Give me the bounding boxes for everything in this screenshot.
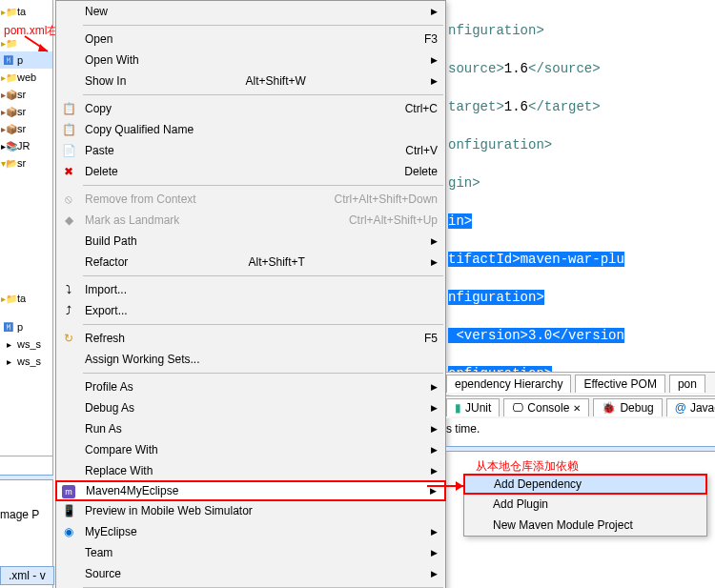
submenu-arrow-icon: ▶ bbox=[419, 445, 438, 455]
menu-label: Refresh bbox=[85, 332, 125, 345]
submenu-arrow-icon: ▶ bbox=[419, 548, 438, 558]
tree-item[interactable]: ▸ws_s bbox=[0, 335, 52, 353]
menu-label: Debug As bbox=[85, 401, 134, 415]
menu-myeclipse[interactable]: ◉MyEclipse▶ bbox=[56, 521, 445, 542]
menu-label: Open bbox=[85, 32, 112, 46]
menu-replace-with[interactable]: Replace With▶ bbox=[56, 460, 445, 481]
submenu-new-maven-module[interactable]: New Maven Module Project bbox=[464, 515, 706, 536]
tree-item[interactable]: ▸ws_s bbox=[0, 353, 52, 370]
menu-refactor[interactable]: RefactorAlt+Shift+T▶ bbox=[56, 252, 445, 273]
tree-label: ws_s bbox=[17, 338, 41, 350]
tab-dependency-hierarchy[interactable]: ependency Hierarchy bbox=[446, 375, 571, 393]
menu-show-in[interactable]: Show InAlt+Shift+W▶ bbox=[56, 71, 445, 91]
menu-label: Export... bbox=[85, 304, 128, 317]
menu-copy-qualified[interactable]: 📋Copy Qualified Name bbox=[56, 119, 445, 140]
project-explorer[interactable]: ▸📁ta ▸📁 🅼p ▸📁web ▸📦sr ▸📦sr ▸📦sr ▸📚JR ▾📂s… bbox=[0, 0, 53, 588]
view-tab-image-preview[interactable]: mage P bbox=[0, 508, 39, 521]
tree-item[interactable]: ▸📚JR bbox=[0, 137, 52, 154]
tree-item[interactable]: ▸📦sr bbox=[0, 103, 52, 120]
submenu-arrow-icon: ▶ bbox=[419, 527, 438, 537]
tree-item[interactable]: ▸📦sr bbox=[0, 86, 52, 103]
package-icon: ▸📦 bbox=[2, 122, 15, 135]
menu-label: Maven4MyEclipse bbox=[86, 484, 178, 497]
view-tab-javadoc[interactable]: @Javadoc bbox=[666, 398, 715, 416]
tab-pom[interactable]: pon bbox=[669, 375, 705, 393]
tree-item[interactable]: ▾📂sr bbox=[0, 154, 52, 172]
copy-icon: 📋 bbox=[61, 122, 76, 137]
view-tab-debug[interactable]: 🐞Debug bbox=[593, 398, 662, 416]
submenu-add-plugin[interactable]: Add Plugin bbox=[464, 494, 706, 515]
tree-item[interactable]: ▸📦sr bbox=[0, 120, 52, 137]
xml-file-icon: 🅼 bbox=[2, 320, 15, 334]
tree-label: JR bbox=[17, 140, 30, 152]
tab-effective-pom[interactable]: Effective POM bbox=[575, 375, 664, 393]
shortcut-label: Delete bbox=[404, 165, 438, 178]
shortcut-label: Ctrl+Alt+Shift+Down bbox=[335, 193, 438, 206]
close-icon[interactable]: ✕ bbox=[573, 403, 581, 414]
tree-label: p bbox=[17, 321, 23, 333]
tree-item[interactable]: ▸📁web bbox=[0, 69, 52, 86]
menu-export[interactable]: ⤴Export... bbox=[56, 300, 445, 321]
shortcut-label: Ctrl+V bbox=[405, 144, 438, 157]
menu-maven4myeclipse[interactable]: mMaven4MyEclipse▶ bbox=[55, 480, 446, 501]
paste-icon: 📄 bbox=[61, 143, 76, 158]
menu-separator bbox=[83, 25, 443, 26]
menu-label: New bbox=[85, 5, 108, 18]
shortcut-label: F3 bbox=[424, 32, 438, 46]
menu-label: Compare With bbox=[85, 443, 158, 456]
tree-item[interactable]: ▸📁ta bbox=[0, 290, 52, 307]
taskbar-item[interactable]: .xml - v bbox=[0, 566, 54, 585]
menu-label: MyEclipse bbox=[85, 525, 137, 538]
menu-mark-landmark: ◆Mark as LandmarkCtrl+Alt+Shift+Up bbox=[56, 210, 445, 231]
menu-open-with[interactable]: Open With▶ bbox=[56, 50, 445, 71]
export-icon: ⤴ bbox=[61, 303, 76, 318]
tree-label: ws_s bbox=[17, 355, 41, 367]
console-output: s time. bbox=[446, 422, 480, 436]
folder-icon: ▸📁 bbox=[2, 5, 15, 18]
code-line: onfiguration> bbox=[448, 135, 713, 154]
code-editor[interactable]: nfiguration> source>1.6</source> target>… bbox=[446, 0, 715, 372]
menu-preview-mobile[interactable]: 📱Preview in Mobile Web Simulator bbox=[56, 500, 445, 521]
view-tab-junit[interactable]: ▮JUnit bbox=[446, 398, 500, 416]
menu-source[interactable]: Source▶ bbox=[56, 563, 445, 584]
menu-debug-as[interactable]: Debug As▶ bbox=[56, 397, 445, 418]
menu-label: Open With bbox=[85, 53, 139, 67]
submenu-arrow-icon: ▶ bbox=[419, 403, 438, 413]
menu-build-path[interactable]: Build Path▶ bbox=[56, 231, 445, 252]
menu-refresh[interactable]: ↻RefreshF5 bbox=[56, 328, 445, 349]
submenu-label: Add Dependency bbox=[494, 477, 582, 491]
code-line: onfiguration> bbox=[448, 364, 713, 372]
panel-separator bbox=[446, 446, 715, 452]
menu-copy[interactable]: 📋CopyCtrl+C bbox=[56, 98, 445, 119]
package-icon: ▸📦 bbox=[2, 105, 15, 118]
menu-import[interactable]: ⤵Import... bbox=[56, 279, 445, 300]
tab-label: Console bbox=[527, 401, 569, 415]
menu-open[interactable]: OpenF3 bbox=[56, 29, 445, 50]
menu-label: Delete bbox=[85, 165, 118, 178]
tree-item[interactable]: 🅼p bbox=[0, 318, 52, 335]
menu-label: Assign Working Sets... bbox=[85, 353, 200, 366]
menu-run-as[interactable]: Run As▶ bbox=[56, 418, 445, 439]
tree-label: sr bbox=[17, 123, 26, 134]
tree-item[interactable]: ▸📁ta bbox=[0, 3, 52, 20]
library-icon: ▸📚 bbox=[2, 139, 15, 152]
tree-label: sr bbox=[17, 89, 26, 100]
menu-team[interactable]: Team▶ bbox=[56, 542, 445, 563]
tab-label: Debug bbox=[620, 401, 653, 415]
menu-label: Team bbox=[85, 546, 112, 559]
annotation-arrow-icon bbox=[21, 34, 55, 57]
menu-paste[interactable]: 📄PasteCtrl+V bbox=[56, 140, 445, 161]
submenu-arrow-icon: ▶ bbox=[419, 466, 438, 476]
menu-new[interactable]: New▶ bbox=[56, 1, 445, 22]
project-icon: ▸ bbox=[2, 355, 15, 368]
submenu-arrow-icon: ▶ bbox=[419, 7, 438, 16]
view-tab-console[interactable]: 🖵Console✕ bbox=[503, 398, 589, 416]
menu-compare-with[interactable]: Compare With▶ bbox=[56, 439, 445, 460]
menu-assign-working-sets[interactable]: Assign Working Sets... bbox=[56, 349, 445, 370]
myeclipse-icon: ◉ bbox=[61, 524, 76, 539]
menu-separator bbox=[83, 185, 443, 186]
javadoc-icon: @ bbox=[675, 401, 686, 415]
menu-delete[interactable]: ✖DeleteDelete bbox=[56, 161, 445, 182]
menu-profile-as[interactable]: Profile As▶ bbox=[56, 376, 445, 397]
submenu-add-dependency[interactable]: Add Dependency bbox=[463, 474, 707, 495]
